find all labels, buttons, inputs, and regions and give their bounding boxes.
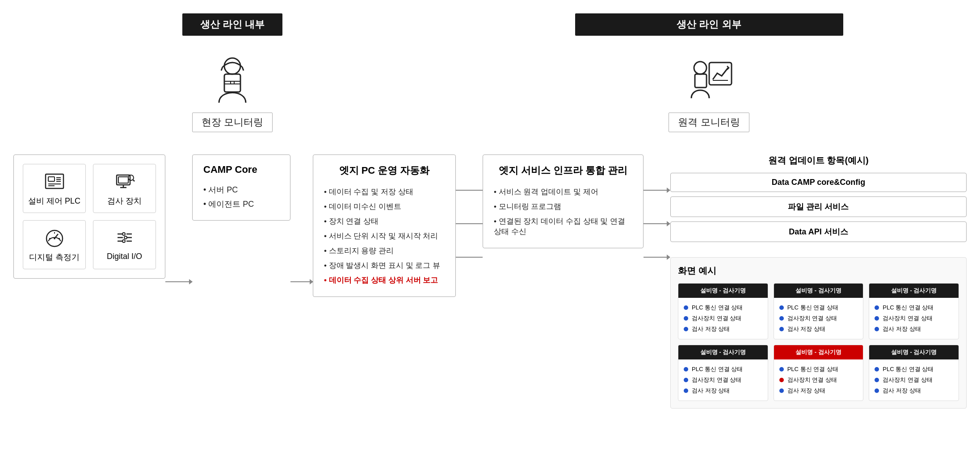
svg-rect-5 — [231, 81, 234, 84]
status-item-4-1: 검사장치 연결 상태 — [779, 375, 858, 385]
persona-right: 원격 모니터링 — [451, 54, 967, 132]
remote-update-section: 원격 업데이트 항목(예시) Data CAMP core&Config파일 관… — [670, 154, 967, 246]
edge-service-box: 엣지 서비스 인프라 통합 관리 서비스 원격 업데이트 및 제어모니터링 프로… — [483, 154, 644, 248]
connector-device-camp — [165, 281, 192, 282]
screen-preview-title: 화면 예시 — [678, 265, 959, 277]
status-dot-4-0 — [779, 367, 784, 372]
plc-icon — [44, 171, 65, 192]
svg-point-25 — [54, 238, 55, 239]
status-item-0-0: PLC 통신 연결 상태 — [684, 302, 762, 313]
status-dot-5-0 — [875, 367, 879, 372]
device-box: 설비 제어 PLC 검사 장치 — [13, 154, 165, 279]
status-item-3-0: PLC 통신 연결 상태 — [684, 364, 762, 375]
field-monitor-label: 현장 모니터링 — [192, 113, 273, 132]
inspection-icon — [114, 171, 135, 192]
preview-card-header-5: 설비명 - 검사기명 — [869, 345, 959, 359]
edge-pc-item-6: 데이터 수집 상태 상위 서버 보고 — [324, 273, 445, 288]
status-item-1-1: 검사장치 연결 상태 — [779, 313, 858, 324]
io-icon — [114, 227, 135, 248]
status-text-3-2: 검사 저장 상태 — [692, 387, 730, 395]
persona-row: 현장 모니터링 원격 모니터링 — [13, 54, 967, 132]
field-monitor-persona: 현장 모니터링 — [192, 54, 273, 132]
edge-service-item-0: 서비스 원격 업데이트 및 제어 — [494, 184, 632, 199]
status-dot-3-1 — [684, 378, 688, 382]
camp-core-items: 서버 PC 에이전트 PC — [203, 183, 279, 211]
status-dot-4-1 — [779, 378, 784, 382]
svg-rect-1 — [224, 74, 240, 92]
remote-monitor-icon — [682, 54, 736, 107]
status-text-0-0: PLC 통신 연결 상태 — [692, 304, 743, 312]
device-item-inspection: 검사 장치 — [93, 164, 156, 213]
connector-edge-service — [456, 154, 483, 409]
preview-card-body-1: PLC 통신 연결 상태검사장치 연결 상태검사 저장 상태 — [774, 298, 863, 339]
status-text-2-2: 검사 저장 상태 — [883, 325, 921, 333]
svg-line-3 — [242, 67, 244, 71]
remote-update-title: 원격 업데이트 항목(예시) — [670, 154, 967, 167]
io-label: Digital I/O — [107, 252, 142, 261]
svg-rect-8 — [709, 63, 732, 85]
camp-core-box: CAMP Core 서버 PC 에이전트 PC — [192, 154, 290, 221]
persona-left: 현장 모니터링 — [13, 54, 451, 132]
preview-card-body-2: PLC 통신 연결 상태검사장치 연결 상태검사 저장 상태 — [869, 298, 959, 339]
status-text-2-0: PLC 통신 연결 상태 — [883, 304, 934, 312]
preview-card-header-4: 설비명 - 검사기명 — [774, 345, 863, 359]
edge-service-item-1: 모니터링 프로그램 — [494, 199, 632, 214]
preview-card-5: 설비명 - 검사기명PLC 통신 연결 상태검사장치 연결 상태검사 저장 상태 — [869, 345, 959, 401]
remote-update-item-2: Data API 서비스 — [670, 221, 967, 242]
status-dot-1-1 — [779, 316, 784, 321]
status-dot-1-2 — [779, 327, 784, 331]
status-text-3-0: PLC 통신 연결 상태 — [692, 365, 743, 373]
status-item-4-0: PLC 통신 연결 상태 — [779, 364, 858, 375]
preview-card-body-0: PLC 통신 연결 상태검사장치 연결 상태검사 저장 상태 — [678, 298, 768, 339]
status-item-5-0: PLC 통신 연결 상태 — [875, 364, 953, 375]
preview-card-body-5: PLC 통신 연결 상태검사장치 연결 상태검사 저장 상태 — [869, 359, 959, 401]
preview-card-0: 설비명 - 검사기명PLC 통신 연결 상태검사장치 연결 상태검사 저장 상태 — [678, 283, 768, 339]
edge-pc-item-2: 장치 연결 상태 — [324, 214, 445, 229]
status-dot-1-0 — [779, 305, 784, 310]
svg-point-37 — [122, 240, 125, 242]
svg-point-36 — [124, 236, 127, 239]
right-column: 원격 업데이트 항목(예시) Data CAMP core&Config파일 관… — [670, 154, 967, 409]
remote-update-item-1: 파일 관리 서비스 — [670, 196, 967, 217]
edge-service-title: 엣지 서비스 인프라 통합 관리 — [494, 164, 632, 177]
preview-card-body-3: PLC 통신 연결 상태검사장치 연결 상태검사 저장 상태 — [678, 359, 768, 401]
remote-monitor-persona: 원격 모니터링 — [669, 54, 749, 132]
status-dot-0-2 — [684, 327, 688, 331]
status-dot-2-2 — [875, 327, 879, 331]
edge-pc-item-0: 데이터 수집 및 저장 상태 — [324, 184, 445, 199]
svg-line-2 — [221, 67, 223, 71]
page-wrapper: 생산 라인 내부 생산 라인 외부 — [0, 0, 980, 476]
svg-rect-18 — [118, 177, 128, 183]
status-dot-2-1 — [875, 316, 879, 321]
status-item-5-1: 검사장치 연결 상태 — [875, 375, 953, 385]
header-row: 생산 라인 내부 생산 라인 외부 — [13, 13, 967, 36]
status-text-5-1: 검사장치 연결 상태 — [883, 376, 932, 384]
status-text-1-2: 검사 저장 상태 — [787, 325, 825, 333]
preview-card-body-4: PLC 통신 연결 상태검사장치 연결 상태검사 저장 상태 — [774, 359, 863, 401]
remote-monitor-label: 원격 모니터링 — [669, 113, 749, 132]
svg-marker-46 — [667, 255, 670, 260]
status-text-4-1: 검사장치 연결 상태 — [787, 376, 837, 384]
status-item-0-2: 검사 저장 상태 — [684, 324, 762, 334]
camp-core-title: CAMP Core — [203, 164, 279, 175]
production-line-external-header: 생산 라인 외부 — [575, 13, 843, 36]
status-dot-4-2 — [779, 388, 784, 393]
edge-pc-item-3: 서비스 단위 시작 및 재시작 처리 — [324, 229, 445, 243]
device-item-meter: 디지털 측정기 — [23, 220, 86, 269]
edge-pc-title: 엣지 PC 운영 자동화 — [324, 164, 445, 177]
preview-card-3: 설비명 - 검사기명PLC 통신 연결 상태검사장치 연결 상태검사 저장 상태 — [678, 345, 768, 401]
header-right: 생산 라인 외부 — [451, 13, 967, 36]
header-left: 생산 라인 내부 — [13, 13, 451, 36]
preview-card-header-2: 설비명 - 검사기명 — [869, 284, 959, 298]
preview-card-2: 설비명 - 검사기명PLC 통신 연결 상태검사장치 연결 상태검사 저장 상태 — [869, 283, 959, 339]
status-item-1-2: 검사 저장 상태 — [779, 324, 858, 334]
status-dot-3-0 — [684, 367, 688, 372]
preview-card-header-0: 설비명 - 검사기명 — [678, 284, 768, 298]
svg-rect-11 — [48, 177, 55, 181]
status-item-0-1: 검사장치 연결 상태 — [684, 313, 762, 324]
svg-point-0 — [224, 58, 240, 74]
status-text-3-1: 검사장치 연결 상태 — [692, 376, 741, 384]
svg-line-22 — [133, 180, 135, 181]
status-text-2-1: 검사장치 연결 상태 — [883, 314, 932, 322]
status-dot-3-2 — [684, 388, 688, 393]
